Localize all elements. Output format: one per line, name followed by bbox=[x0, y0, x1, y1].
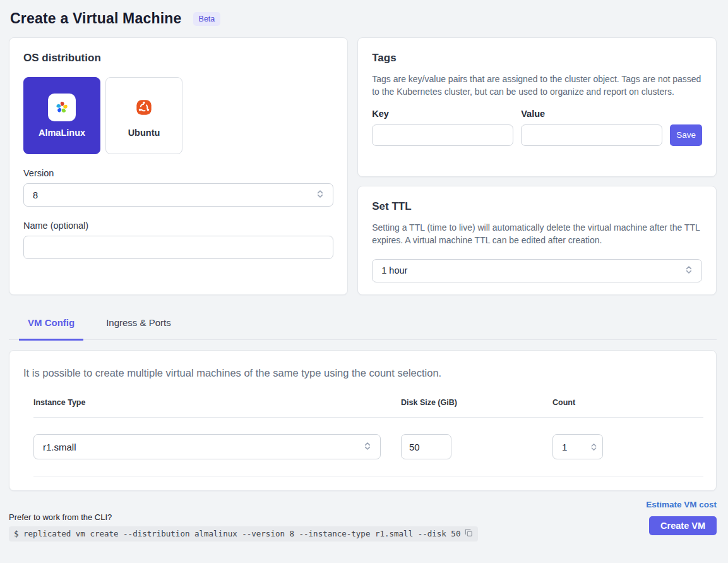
disk-size-cell bbox=[401, 434, 552, 459]
vm-table-row: r1.small 1 bbox=[33, 418, 703, 476]
chevron-up-down-icon bbox=[684, 265, 694, 277]
estimate-vm-cost-link[interactable]: Estimate VM cost bbox=[646, 500, 717, 509]
tags-card: Tags Tags are key/value pairs that are a… bbox=[357, 37, 717, 177]
footer-actions: Estimate VM cost Create VM bbox=[646, 500, 717, 535]
instance-type-value: r1.small bbox=[43, 442, 76, 452]
copy-icon bbox=[464, 528, 473, 539]
disk-size-input[interactable] bbox=[401, 434, 451, 459]
cli-command-text: $ replicated vm create --distribution al… bbox=[14, 529, 460, 538]
chevron-up-down-icon[interactable] bbox=[585, 435, 602, 459]
tab-bar: VM Config Ingress & Ports bbox=[9, 312, 717, 340]
ttl-card-description: Setting a TTL (time to live) will automa… bbox=[372, 221, 702, 247]
vm-config-note: It is possible to create multiple virtua… bbox=[23, 367, 702, 379]
distro-tile-almalinux[interactable]: AlmaLinux bbox=[23, 77, 100, 154]
instance-type-select[interactable]: r1.small bbox=[33, 434, 381, 459]
right-cards-column: Tags Tags are key/value pairs that are a… bbox=[357, 37, 717, 295]
top-cards-row: OS distribution bbox=[9, 37, 717, 295]
tag-key-label: Key bbox=[372, 109, 513, 119]
os-card-title: OS distribution bbox=[23, 52, 333, 64]
os-distribution-card: OS distribution bbox=[9, 37, 348, 295]
tag-key-input[interactable] bbox=[372, 124, 513, 146]
page-header: Create a Virtual Machine Beta bbox=[9, 9, 717, 37]
tag-value-input[interactable] bbox=[521, 124, 662, 146]
name-label: Name (optional) bbox=[23, 221, 333, 231]
cli-prompt-text: Prefer to work from the CLI? bbox=[9, 512, 646, 522]
page-footer: Prefer to work from the CLI? $ replicate… bbox=[9, 500, 717, 542]
distribution-tiles: AlmaLinux Ubuntu bbox=[23, 77, 333, 154]
distro-tile-label: Ubuntu bbox=[128, 128, 160, 138]
cli-section: Prefer to work from the CLI? $ replicate… bbox=[9, 512, 646, 542]
save-tag-button[interactable]: Save bbox=[670, 124, 702, 146]
create-vm-button[interactable]: Create VM bbox=[649, 516, 717, 535]
ubuntu-logo-icon bbox=[130, 94, 158, 121]
tag-value-label: Value bbox=[521, 109, 662, 119]
cli-command-box: $ replicated vm create --distribution al… bbox=[9, 526, 478, 542]
ttl-select-value: 1 hour bbox=[381, 265, 407, 275]
instance-type-cell: r1.small bbox=[33, 434, 401, 459]
distro-tile-ubuntu[interactable]: Ubuntu bbox=[105, 77, 182, 154]
version-select-value: 8 bbox=[33, 190, 38, 200]
vm-config-card: It is possible to create multiple virtua… bbox=[9, 350, 717, 491]
tab-ingress-ports[interactable]: Ingress & Ports bbox=[97, 312, 180, 341]
tags-form: Key Value Save bbox=[372, 109, 702, 146]
count-cell: 1 bbox=[552, 434, 703, 459]
vm-name-input[interactable] bbox=[23, 236, 333, 259]
count-stepper[interactable]: 1 bbox=[552, 434, 603, 459]
ttl-select[interactable]: 1 hour bbox=[372, 259, 702, 282]
tag-key-column: Key bbox=[372, 109, 513, 146]
page: Create a Virtual Machine Beta OS distrib… bbox=[0, 0, 728, 542]
column-header-count: Count bbox=[552, 398, 703, 407]
vm-table: Instance Type Disk Size (GiB) Count r1.s… bbox=[33, 398, 703, 476]
column-header-instance-type: Instance Type bbox=[33, 398, 401, 407]
almalinux-logo-icon bbox=[48, 94, 76, 121]
tags-card-title: Tags bbox=[372, 52, 702, 64]
ttl-card-title: Set TTL bbox=[372, 200, 702, 213]
page-title: Create a Virtual Machine bbox=[10, 10, 182, 27]
tags-card-description: Tags are key/value pairs that are assign… bbox=[372, 73, 702, 99]
version-label: Version bbox=[23, 168, 333, 178]
beta-badge: Beta bbox=[193, 12, 221, 26]
tab-vm-config[interactable]: VM Config bbox=[19, 312, 83, 341]
column-header-disk-size: Disk Size (GiB) bbox=[401, 398, 552, 407]
set-ttl-card: Set TTL Setting a TTL (time to live) wil… bbox=[357, 186, 717, 295]
chevron-up-down-icon bbox=[362, 441, 373, 453]
tag-value-column: Value bbox=[521, 109, 662, 146]
chevron-up-down-icon bbox=[315, 189, 325, 201]
vm-table-header: Instance Type Disk Size (GiB) Count bbox=[33, 398, 703, 418]
distro-tile-label: AlmaLinux bbox=[39, 128, 85, 138]
copy-button[interactable] bbox=[464, 528, 473, 539]
version-select[interactable]: 8 bbox=[23, 183, 333, 207]
count-value: 1 bbox=[553, 442, 585, 452]
